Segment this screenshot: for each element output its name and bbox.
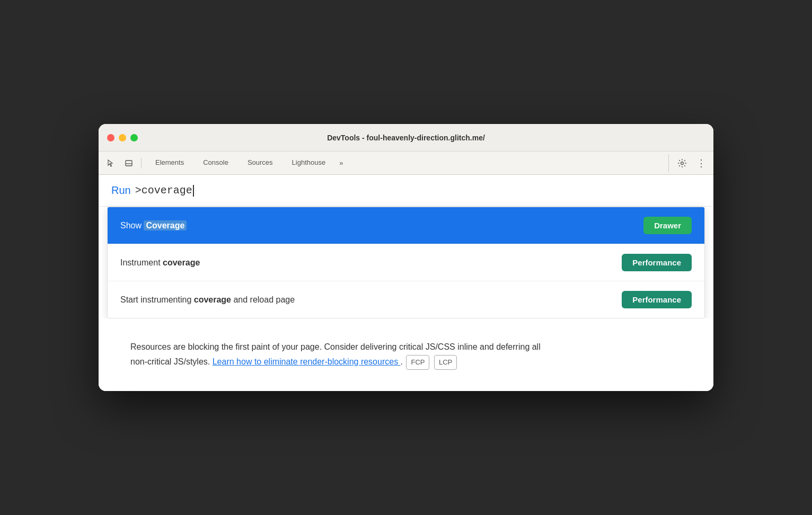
instrument-coverage-text: Instrument coverage <box>120 258 200 268</box>
tab-sources[interactable]: Sources <box>238 154 283 172</box>
cursor-icon-button[interactable] <box>103 155 119 171</box>
vertical-dots-icon: ⋮ <box>696 157 706 169</box>
toolbar-divider <box>141 158 142 168</box>
svg-rect-0 <box>126 161 132 166</box>
toolbar: Elements Console Sources Lighthouse » ⋮ <box>99 152 713 175</box>
start-bold: coverage <box>194 295 231 304</box>
main-content: Run >coverage Show Coverage Drawer Instr… <box>99 175 713 390</box>
traffic-lights <box>107 134 138 141</box>
command-input-value: >coverage <box>135 184 192 197</box>
page-content: Resources are blocking the first paint o… <box>99 318 713 390</box>
gear-icon <box>677 158 687 168</box>
text-cursor <box>193 185 194 197</box>
maximize-button[interactable] <box>130 134 138 141</box>
devtools-window: DevTools - foul-heavenly-direction.glitc… <box>99 124 713 390</box>
toolbar-tabs: Elements Console Sources Lighthouse » <box>146 154 666 172</box>
dropdown-item-instrument-coverage[interactable]: Instrument coverage Performance <box>108 244 704 281</box>
more-tabs-button[interactable]: » <box>335 157 347 169</box>
learn-more-link[interactable]: Learn how to eliminate render-blocking r… <box>213 357 401 366</box>
tab-lighthouse[interactable]: Lighthouse <box>283 154 336 172</box>
link-text: Learn how to eliminate render-blocking r… <box>213 357 398 366</box>
dock-icon <box>125 159 133 167</box>
svg-point-2 <box>681 162 684 164</box>
tab-console[interactable]: Console <box>193 154 238 172</box>
lcp-tag: LCP <box>434 355 457 370</box>
toolbar-right: ⋮ <box>668 154 709 172</box>
drawer-badge: Drawer <box>643 217 692 234</box>
page-description: Resources are blocking the first paint o… <box>130 340 554 369</box>
titlebar: DevTools - foul-heavenly-direction.glitc… <box>99 124 713 152</box>
dropdown-item-show-coverage[interactable]: Show Coverage Drawer <box>108 207 704 244</box>
dropdown-item-start-instrumenting[interactable]: Start instrumenting coverage and reload … <box>108 281 704 318</box>
dock-icon-button[interactable] <box>121 155 137 171</box>
settings-button[interactable] <box>673 154 691 172</box>
start-instrumenting-text: Start instrumenting coverage and reload … <box>120 295 295 305</box>
show-coverage-text: Show Coverage <box>120 221 187 230</box>
start-plain: Start instrumenting <box>120 295 194 304</box>
minimize-button[interactable] <box>119 134 126 141</box>
period: . <box>401 357 405 366</box>
command-input-line: Run >coverage <box>111 184 701 197</box>
more-options-button[interactable]: ⋮ <box>693 155 709 171</box>
command-text: >coverage <box>135 184 194 197</box>
close-button[interactable] <box>107 134 114 141</box>
instrument-bold: coverage <box>163 258 200 267</box>
cursor-icon <box>107 159 115 167</box>
start-suffix: and reload page <box>231 295 295 304</box>
performance-badge-2: Performance <box>622 291 692 308</box>
window-title: DevTools - foul-heavenly-direction.glitc… <box>327 134 485 142</box>
run-label: Run <box>111 184 131 197</box>
fcp-tag: FCP <box>406 355 429 370</box>
command-box: Run >coverage <box>99 175 713 207</box>
command-dropdown: Show Coverage Drawer Instrument coverage… <box>107 207 705 318</box>
tab-elements[interactable]: Elements <box>146 154 193 172</box>
performance-badge-1: Performance <box>622 254 692 271</box>
instrument-plain: Instrument <box>120 258 163 267</box>
coverage-highlight: Coverage <box>144 220 187 230</box>
